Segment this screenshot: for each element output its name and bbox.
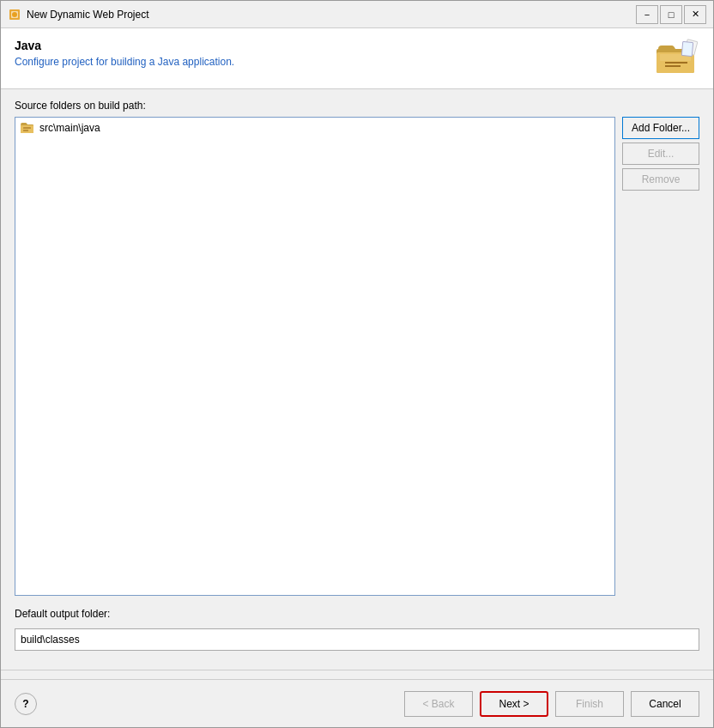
cancel-button[interactable]: Cancel bbox=[631, 691, 699, 717]
svg-rect-11 bbox=[21, 125, 33, 133]
back-button[interactable]: < Back bbox=[404, 691, 473, 717]
output-folder-input[interactable] bbox=[15, 628, 699, 651]
source-folders-label: Source folders on build path: bbox=[15, 100, 699, 112]
folder-icon bbox=[21, 121, 34, 135]
finish-button[interactable]: Finish bbox=[555, 691, 624, 717]
svg-rect-12 bbox=[23, 127, 31, 129]
output-folder-section: Default output folder: bbox=[15, 608, 699, 651]
main-content: Source folders on build path: bbox=[1, 89, 713, 661]
side-buttons: Add Folder... Edit... Remove bbox=[622, 117, 699, 596]
minimize-button[interactable]: − bbox=[636, 5, 658, 24]
svg-rect-9 bbox=[681, 42, 693, 57]
header-text: Java Configure project for building a Ja… bbox=[15, 39, 655, 68]
close-button[interactable]: ✕ bbox=[684, 5, 706, 24]
header-section: Java Configure project for building a Ja… bbox=[1, 28, 713, 89]
output-folder-label: Default output folder: bbox=[15, 608, 699, 620]
source-folders-area: src\main\java Add Folder... Edit... Remo… bbox=[15, 117, 699, 596]
svg-rect-13 bbox=[23, 130, 28, 131]
window-controls: − □ ✕ bbox=[636, 5, 706, 24]
folders-list[interactable]: src\main\java bbox=[15, 117, 615, 596]
list-item[interactable]: src\main\java bbox=[17, 119, 613, 136]
svg-point-2 bbox=[12, 12, 17, 17]
next-button[interactable]: Next > bbox=[480, 691, 548, 717]
maximize-button[interactable]: □ bbox=[660, 5, 682, 24]
add-folder-button[interactable]: Add Folder... bbox=[622, 117, 699, 139]
folder-path: src\main\java bbox=[39, 122, 100, 134]
remove-button[interactable]: Remove bbox=[622, 168, 699, 191]
header-subtitle: Configure project for building a Java ap… bbox=[15, 56, 655, 68]
app-icon bbox=[8, 8, 21, 21]
separator bbox=[1, 670, 713, 670]
dialog-window: New Dynamic Web Project − □ ✕ Java Confi… bbox=[0, 0, 714, 728]
nav-buttons: < Back Next > Finish Cancel bbox=[404, 691, 699, 717]
help-button[interactable]: ? bbox=[15, 693, 37, 715]
edit-button[interactable]: Edit... bbox=[622, 143, 699, 165]
header-title: Java bbox=[15, 39, 655, 52]
window-title: New Dynamic Web Project bbox=[27, 9, 636, 21]
header-icon bbox=[655, 39, 699, 76]
bottom-bar: ? < Back Next > Finish Cancel bbox=[1, 679, 713, 727]
title-bar: New Dynamic Web Project − □ ✕ bbox=[1, 1, 713, 28]
